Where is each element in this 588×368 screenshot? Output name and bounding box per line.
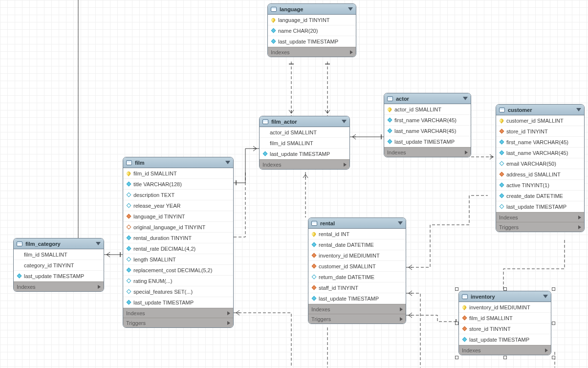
column-row[interactable]: title VARCHAR(128) <box>123 179 233 190</box>
section-triggers[interactable]: Triggers <box>123 318 233 327</box>
column-row[interactable]: special_features SET(...) <box>123 286 233 297</box>
table-icon <box>262 119 268 124</box>
column-row[interactable]: inventory_id MEDIUMINT <box>308 250 406 261</box>
column-row[interactable]: language_id TINYINT <box>123 211 233 222</box>
section-indexes[interactable]: Indexes <box>459 345 551 355</box>
column-row[interactable]: language_id TINYINT <box>268 15 356 25</box>
column-row[interactable]: first_name VARCHAR(45) <box>496 137 584 148</box>
column-row[interactable]: rental_id INT <box>308 229 406 239</box>
resize-handle[interactable] <box>455 356 458 359</box>
section-indexes[interactable]: Indexes <box>268 47 356 57</box>
collapse-icon[interactable] <box>348 7 353 11</box>
column-row[interactable]: rating ENUM(...) <box>123 276 233 286</box>
column-row[interactable]: film_id SMALLINT <box>14 249 104 260</box>
column-row[interactable]: customer_id SMALLINT <box>496 115 584 126</box>
column-row[interactable]: last_name VARCHAR(45) <box>384 126 471 136</box>
column-row[interactable]: original_language_id TINYINT <box>123 222 233 233</box>
column-row[interactable]: description TEXT <box>123 190 233 200</box>
column-row[interactable]: last_update TIMESTAMP <box>459 334 551 345</box>
column-row[interactable]: first_name VARCHAR(45) <box>384 115 471 126</box>
collapse-icon[interactable] <box>398 221 403 225</box>
table-actor[interactable]: actoractor_id SMALLINTfirst_name VARCHAR… <box>384 93 471 157</box>
column-row[interactable]: last_update TIMESTAMP <box>496 201 584 212</box>
column-row[interactable]: store_id TINYINT <box>496 126 584 137</box>
column-row[interactable]: email VARCHAR(50) <box>496 158 584 169</box>
collapse-icon[interactable] <box>463 97 468 100</box>
column-row[interactable]: return_date DATETIME <box>308 272 406 282</box>
column-row[interactable]: staff_id TINYINT <box>308 282 406 293</box>
table-customer[interactable]: customercustomer_id SMALLINTstore_id TIN… <box>496 104 585 232</box>
section-triggers[interactable]: Triggers <box>308 314 406 324</box>
table-inventory[interactable]: inventoryinventory_id MEDIUMINTfilm_id S… <box>458 291 551 355</box>
column-row[interactable]: rental_date DATETIME <box>308 239 406 250</box>
table-header[interactable]: film_category <box>14 238 104 249</box>
column-row[interactable]: film_id SMALLINT <box>260 138 349 149</box>
section-indexes[interactable]: Indexes <box>260 159 349 169</box>
section-triggers[interactable]: Triggers <box>496 222 584 232</box>
column-text: customer_id SMALLINT <box>506 118 564 124</box>
collapse-icon[interactable] <box>342 120 347 123</box>
resize-handle[interactable] <box>552 287 555 291</box>
resize-handle[interactable] <box>503 356 507 359</box>
column-row[interactable]: rental_rate DECIMAL(4,2) <box>123 243 233 254</box>
column-row[interactable]: length SMALLINT <box>123 254 233 265</box>
table-rental[interactable]: rentalrental_id INTrental_date DATETIMEi… <box>308 217 406 324</box>
column-row[interactable]: active TINYINT(1) <box>496 180 584 191</box>
attr-icon <box>271 39 276 44</box>
column-text: inventory_id MEDIUMINT <box>319 253 380 259</box>
column-row[interactable]: category_id TINYINT <box>14 260 104 271</box>
table-header[interactable]: inventory <box>459 291 551 302</box>
column-row[interactable]: last_update TIMESTAMP <box>308 293 406 304</box>
section-indexes[interactable]: Indexes <box>496 212 584 222</box>
column-row[interactable]: actor_id SMALLINT <box>384 104 471 115</box>
table-film_category[interactable]: film_categoryfilm_id SMALLINTcategory_id… <box>13 238 104 292</box>
column-row[interactable]: inventory_id MEDIUMINT <box>459 302 551 313</box>
column-row[interactable]: address_id SMALLINT <box>496 169 584 180</box>
section-indexes[interactable]: Indexes <box>14 281 104 291</box>
column-row[interactable]: last_update TIMESTAMP <box>268 36 356 47</box>
column-row[interactable]: last_name VARCHAR(45) <box>496 148 584 158</box>
collapse-icon[interactable] <box>96 242 101 245</box>
collapse-icon[interactable] <box>543 295 548 298</box>
column-row[interactable]: actor_id SMALLINT <box>260 127 349 138</box>
column-row[interactable]: last_update TIMESTAMP <box>260 149 349 159</box>
key-icon <box>126 171 131 176</box>
column-row[interactable]: create_date DATETIME <box>496 191 584 201</box>
section-indexes[interactable]: Indexes <box>123 308 233 318</box>
collapse-icon[interactable] <box>225 161 230 164</box>
resize-handle[interactable] <box>552 356 555 359</box>
section-indexes[interactable]: Indexes <box>308 304 406 314</box>
column-row[interactable]: last_update TIMESTAMP <box>123 297 233 308</box>
table-header[interactable]: language <box>268 4 356 15</box>
table-header[interactable]: film <box>123 157 233 168</box>
column-text: last_update TIMESTAMP <box>394 139 455 145</box>
table-header[interactable]: rental <box>308 218 406 229</box>
table-language[interactable]: languagelanguage_id TINYINTname CHAR(20)… <box>267 3 356 57</box>
column-row[interactable]: film_id SMALLINT <box>123 168 233 179</box>
resize-handle[interactable] <box>455 287 458 291</box>
collapse-icon[interactable] <box>576 108 581 111</box>
column-row[interactable]: rental_duration TINYINT <box>123 233 233 243</box>
resize-handle[interactable] <box>552 322 555 325</box>
table-header[interactable]: film_actor <box>260 116 349 127</box>
column-row[interactable]: store_id TINYINT <box>459 324 551 334</box>
resize-handle[interactable] <box>503 287 507 291</box>
column-text: first_name VARCHAR(45) <box>394 117 457 123</box>
column-row[interactable]: last_update TIMESTAMP <box>384 136 471 147</box>
column-row[interactable]: name CHAR(20) <box>268 25 356 36</box>
column-row[interactable]: release_year YEAR <box>123 200 233 211</box>
section-indexes[interactable]: Indexes <box>384 147 471 157</box>
column-row[interactable]: customer_id SMALLINT <box>308 261 406 272</box>
table-header[interactable]: customer <box>496 105 584 115</box>
table-header[interactable]: actor <box>384 93 471 104</box>
column-row[interactable]: replacement_cost DECIMAL(5,2) <box>123 265 233 276</box>
column-row[interactable]: last_update TIMESTAMP <box>14 271 104 281</box>
column-text: rental_duration TINYINT <box>133 235 192 241</box>
er-diagram-canvas[interactable]: languagelanguage_id TINYINTname CHAR(20)… <box>0 0 588 368</box>
table-film_actor[interactable]: film_actoractor_id SMALLINTfilm_id SMALL… <box>259 116 350 170</box>
resize-handle[interactable] <box>455 322 458 325</box>
column-row[interactable]: film_id SMALLINT <box>459 313 551 324</box>
table-film[interactable]: filmfilm_id SMALLINTtitle VARCHAR(128)de… <box>123 157 234 328</box>
attr-icon <box>127 193 131 197</box>
section-label: Indexes <box>262 162 282 168</box>
